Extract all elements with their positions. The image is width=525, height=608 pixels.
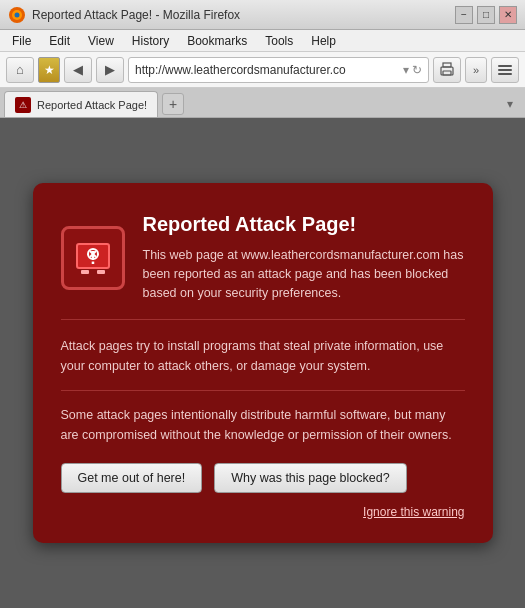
tab-bar-dropdown[interactable]: ▾: [499, 93, 521, 115]
print-icon: [439, 62, 455, 78]
menu-tools[interactable]: Tools: [257, 32, 301, 50]
title-bar-controls: − □ ✕: [455, 6, 517, 24]
close-button[interactable]: ✕: [499, 6, 517, 24]
warning-header-text: Reported Attack Page! This web page at w…: [143, 213, 465, 302]
tab-favicon: ⚠: [15, 97, 31, 113]
new-tab-button[interactable]: +: [162, 93, 184, 115]
tab-bar: ⚠ Reported Attack Page! + ▾: [0, 88, 525, 118]
menu-file[interactable]: File: [4, 32, 39, 50]
tab-label: Reported Attack Page!: [37, 99, 147, 111]
hamburger-line: [498, 69, 512, 71]
title-bar-left: Reported Attack Page! - Mozilla Firefox: [8, 6, 240, 24]
restore-button[interactable]: □: [477, 6, 495, 24]
menu-history[interactable]: History: [124, 32, 177, 50]
hamburger-menu-button[interactable]: [491, 57, 519, 83]
page-content: ! Reported Attack Page! This web page at…: [0, 118, 525, 608]
warning-icon-box: !: [61, 226, 125, 290]
warning-card: ! Reported Attack Page! This web page at…: [33, 183, 493, 542]
more-button[interactable]: »: [465, 57, 487, 83]
minimize-button[interactable]: −: [455, 6, 473, 24]
ignore-warning: Ignore this warning: [61, 505, 465, 519]
address-bar: ▾ ↻: [128, 57, 429, 83]
why-blocked-button[interactable]: Why was this page blocked?: [214, 463, 406, 493]
dropdown-icon[interactable]: ▾: [403, 63, 409, 77]
svg-rect-12: [97, 270, 105, 274]
warning-divider: [61, 390, 465, 391]
warning-title: Reported Attack Page!: [143, 213, 465, 236]
warning-actions: Get me out of here! Why was this page bl…: [61, 463, 465, 493]
hamburger-line: [498, 65, 512, 67]
warning-body1: Attack pages try to install programs tha…: [61, 336, 465, 376]
back-button[interactable]: ◀: [64, 57, 92, 83]
reload-icon[interactable]: ↻: [412, 63, 422, 77]
menu-edit[interactable]: Edit: [41, 32, 78, 50]
svg-point-2: [15, 12, 20, 17]
svg-rect-11: [81, 270, 89, 274]
forward-button[interactable]: ▶: [96, 57, 124, 83]
menu-bookmarks[interactable]: Bookmarks: [179, 32, 255, 50]
home-button[interactable]: ⌂: [6, 57, 34, 83]
menu-view[interactable]: View: [80, 32, 122, 50]
address-icons: ▾ ↻: [403, 63, 422, 77]
ignore-warning-link[interactable]: Ignore this warning: [363, 505, 464, 519]
hamburger-line: [498, 73, 512, 75]
warning-body2: Some attack pages intentionally distribu…: [61, 405, 465, 445]
menu-help[interactable]: Help: [303, 32, 344, 50]
active-tab[interactable]: ⚠ Reported Attack Page!: [4, 91, 158, 117]
warning-subtitle: This web page at www.leathercordsmanufac…: [143, 246, 465, 302]
nav-bar: ⌂ ★ ◀ ▶ ▾ ↻ »: [0, 52, 525, 88]
warning-header: ! Reported Attack Page! This web page at…: [61, 213, 465, 319]
escape-button[interactable]: Get me out of here!: [61, 463, 203, 493]
address-input[interactable]: [135, 63, 399, 77]
attack-icon: !: [71, 236, 115, 280]
firefox-icon: [8, 6, 26, 24]
bookmarks-star-icon[interactable]: ★: [38, 57, 60, 83]
window-title: Reported Attack Page! - Mozilla Firefox: [32, 8, 240, 22]
svg-rect-5: [443, 71, 451, 75]
print-button[interactable]: [433, 57, 461, 83]
title-bar: Reported Attack Page! - Mozilla Firefox …: [0, 0, 525, 30]
menu-bar: File Edit View History Bookmarks Tools H…: [0, 30, 525, 52]
svg-rect-4: [443, 63, 451, 67]
